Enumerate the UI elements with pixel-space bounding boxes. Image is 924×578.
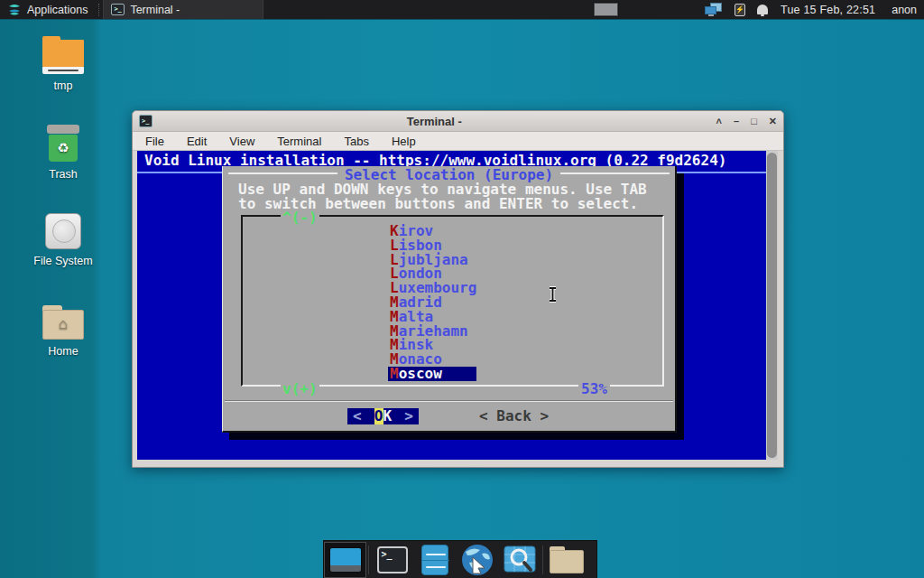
desktop-icon-trash[interactable]: ♻ Trash bbox=[25, 125, 101, 181]
dock-separator bbox=[542, 545, 543, 574]
menu-item-file[interactable]: File bbox=[145, 135, 164, 148]
magnifier-icon bbox=[504, 545, 536, 574]
terminal-window: >_ Terminal - ˄ – □ ✕ FileEditViewTermin… bbox=[132, 110, 784, 468]
city-list: KirovLisbonLjubljanaLondonLuxembourgMadr… bbox=[390, 224, 476, 381]
terminal-icon: >_ bbox=[111, 4, 125, 15]
menu-item-edit[interactable]: Edit bbox=[187, 135, 207, 148]
display-settings-icon[interactable] bbox=[705, 3, 723, 17]
minimize-button[interactable]: – bbox=[734, 115, 739, 127]
menu-bar: FileEditViewTerminalTabsHelp bbox=[133, 132, 783, 151]
ibeam-mouse-cursor bbox=[547, 286, 559, 306]
dock-item-show-desktop[interactable] bbox=[324, 542, 366, 578]
folder-icon bbox=[550, 546, 584, 573]
desktop-icon-file-system[interactable]: File System bbox=[25, 213, 101, 267]
scroll-up-indicator[interactable]: ^(-) bbox=[281, 209, 319, 226]
dock-separator bbox=[368, 545, 369, 574]
window-title: Terminal - bbox=[152, 115, 716, 128]
hard-drive-icon bbox=[45, 213, 81, 249]
power-manager-icon[interactable]: ⚡ bbox=[735, 4, 745, 16]
terminal-icon: >_ bbox=[377, 546, 408, 573]
cursor-cell: O bbox=[374, 408, 383, 424]
window-titlebar[interactable]: >_ Terminal - ˄ – □ ✕ bbox=[133, 111, 783, 132]
scrollbar-thumb[interactable] bbox=[767, 153, 777, 458]
dock-item-web-browser[interactable] bbox=[456, 542, 498, 578]
applications-label: Applications bbox=[27, 4, 88, 16]
bottom-dock: >_ bbox=[323, 540, 597, 578]
trash-icon: ♻ bbox=[47, 125, 79, 163]
notification-bell-icon[interactable] bbox=[757, 5, 768, 14]
scroll-down-indicator[interactable]: v(+) bbox=[281, 380, 319, 397]
menu-item-terminal[interactable]: Terminal bbox=[277, 135, 321, 148]
back-button[interactable]: < Back > bbox=[479, 408, 549, 424]
list-item[interactable]: Moscow bbox=[388, 367, 476, 381]
list-progress-percent: 53% bbox=[578, 380, 610, 397]
button-separator bbox=[225, 400, 673, 402]
close-button[interactable]: ✕ bbox=[769, 115, 777, 127]
desktop-icon-label: File System bbox=[25, 255, 101, 267]
desktop-icon-tmp[interactable]: tmp bbox=[25, 36, 101, 92]
desktop-icon bbox=[329, 547, 362, 573]
desktop-icon-label: Trash bbox=[25, 168, 101, 181]
dock-item-terminal[interactable]: >_ bbox=[371, 542, 413, 578]
panel-separator bbox=[98, 4, 99, 16]
desktop-icon-label: tmp bbox=[25, 79, 101, 92]
home-folder-icon: ⌂ bbox=[42, 305, 84, 340]
terminal-icon: >_ bbox=[139, 115, 152, 127]
applications-menu-button[interactable]: Applications bbox=[0, 0, 95, 19]
taskbar-item-label: Terminal - bbox=[130, 4, 180, 16]
dock-item-file-manager[interactable] bbox=[545, 542, 587, 578]
ok-button[interactable]: < O K > bbox=[347, 408, 419, 424]
select-location-dialog: Select location (Europe) Use UP and DOWN… bbox=[222, 166, 677, 433]
taskbar-terminal-button[interactable]: >_ Terminal - bbox=[103, 0, 263, 19]
dock-item-app-finder[interactable] bbox=[498, 542, 541, 578]
tmp-folder-icon bbox=[42, 36, 84, 74]
location-listbox: KirovLisbonLjubljanaLondonLuxembourgMadr… bbox=[241, 215, 664, 387]
panel-clock[interactable]: Tue 15 Feb, 22:51 bbox=[781, 4, 875, 16]
menu-item-help[interactable]: Help bbox=[392, 135, 416, 148]
desktop-icon-home[interactable]: ⌂ Home bbox=[25, 305, 101, 358]
terminal-screen[interactable]: Void Linux installation -- https://www.v… bbox=[137, 151, 766, 460]
globe-browser-icon bbox=[460, 543, 494, 577]
file-cabinet-icon bbox=[421, 545, 448, 575]
terminal-scrollbar[interactable] bbox=[766, 151, 778, 460]
panel-username[interactable]: anon bbox=[892, 4, 917, 16]
distro-logo-icon bbox=[7, 3, 22, 17]
top-panel: Applications >_ Terminal - ⚡ Tue 15 Feb,… bbox=[0, 0, 924, 20]
dock-item-file-cabinet[interactable] bbox=[413, 542, 456, 578]
shade-button[interactable]: ˄ bbox=[716, 115, 722, 127]
maximize-button[interactable]: □ bbox=[751, 115, 757, 127]
desktop-icon-label: Home bbox=[25, 345, 101, 358]
workspace-switcher[interactable] bbox=[594, 3, 618, 16]
menu-item-view[interactable]: View bbox=[229, 135, 254, 148]
menu-item-tabs[interactable]: Tabs bbox=[344, 135, 368, 148]
